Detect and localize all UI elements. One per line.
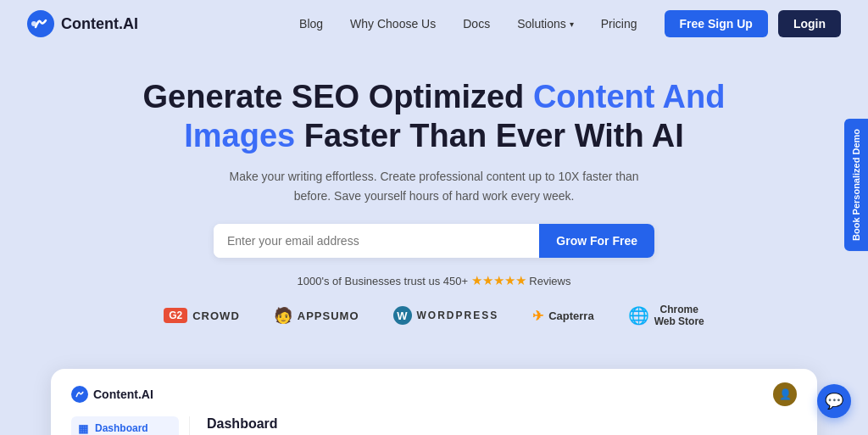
logo-chrome: 🌐 ChromeWeb Store — [628, 304, 704, 328]
logo[interactable]: Content.AI — [27, 10, 138, 37]
logo-icon — [27, 10, 54, 37]
dashboard-sidebar: ▦ Dashboard 📁 Workspace ✏️ Playground ⊞ … — [71, 416, 190, 435]
appsumo-icon: 🧑 — [274, 306, 292, 325]
grow-for-free-button[interactable]: Grow For Free — [539, 224, 654, 258]
user-avatar: 👤 — [773, 382, 797, 406]
svg-point-1 — [31, 21, 36, 26]
dashboard-card: Content.AI 👤 ▦ Dashboard 📁 Workspace ✏️ … — [51, 369, 817, 435]
email-input-wrap: Grow For Free — [214, 224, 654, 258]
reviews-label: Reviews — [529, 275, 570, 287]
navbar: Content.AI Blog Why Choose Us Docs Solut… — [0, 0, 868, 47]
dashboard-body: ▦ Dashboard 📁 Workspace ✏️ Playground ⊞ … — [71, 416, 797, 435]
nav-blog[interactable]: Blog — [299, 17, 323, 31]
logo-g2crowd: G2 CROWD — [164, 308, 240, 323]
sidebar-item-dashboard[interactable]: ▦ Dashboard — [71, 416, 179, 435]
dashboard-main: Dashboard Words Count 36 Out of 100 — [190, 416, 797, 435]
hero-subtext: Make your writing effortless. Create pro… — [214, 167, 654, 205]
trust-text: 1000's of Businesses trust us 450+ — [298, 275, 469, 287]
nav-buttons: Free Sign Up Login — [665, 10, 841, 37]
chevron-down-icon: ▾ — [570, 20, 574, 29]
hero-heading-part2: Faster Than Ever With AI — [295, 118, 684, 153]
trust-line: 1000's of Businesses trust us 450+ ★★★★★… — [17, 273, 851, 288]
chrome-label: ChromeWeb Store — [654, 304, 704, 328]
nav-solutions[interactable]: Solutions ▾ — [517, 17, 574, 31]
appsumo-label: APPSUMO — [298, 310, 359, 322]
chat-bubble[interactable]: 💬 — [817, 384, 851, 418]
capterra-label: Capterra — [548, 310, 593, 322]
dashboard-logo: Content.AI — [71, 386, 153, 403]
star-rating: ★★★★★ — [471, 273, 526, 287]
hero-section: Generate SEO Optimized Content And Image… — [0, 47, 868, 369]
partner-logos: G2 CROWD 🧑 APPSUMO W WORDPRESS ✈ Capterr… — [17, 304, 851, 328]
hero-heading: Generate SEO Optimized Content And Image… — [137, 78, 731, 155]
dashboard-logo-text: Content.AI — [93, 388, 153, 401]
chat-icon: 💬 — [825, 392, 843, 410]
g2crowd-badge: G2 — [164, 308, 187, 323]
free-signup-button[interactable]: Free Sign Up — [665, 10, 768, 37]
book-demo-tab[interactable]: Book Personalized Demo — [844, 119, 868, 251]
wordpress-label: WORDPRESS — [417, 310, 499, 321]
logo-capterra: ✈ Capterra — [532, 308, 593, 324]
hero-heading-part1: Generate SEO Optimized — [143, 79, 533, 114]
g2crowd-label: CROWD — [192, 310, 240, 322]
dashboard-title: Dashboard — [207, 416, 780, 432]
capterra-icon: ✈ — [532, 308, 543, 324]
sidebar-dashboard-label: Dashboard — [95, 422, 148, 434]
nav-docs[interactable]: Docs — [463, 17, 490, 31]
email-form: Grow For Free — [17, 224, 851, 258]
chrome-icon: 🌐 — [628, 305, 649, 326]
logo-wordpress: W WORDPRESS — [393, 306, 499, 325]
login-button[interactable]: Login — [778, 10, 841, 37]
nav-links: Blog Why Choose Us Docs Solutions ▾ Pric… — [299, 16, 637, 31]
nav-pricing[interactable]: Pricing — [601, 17, 637, 31]
wordpress-icon: W — [393, 306, 412, 325]
nav-why-choose[interactable]: Why Choose Us — [350, 17, 436, 31]
logo-appsumo: 🧑 APPSUMO — [274, 306, 359, 325]
email-input[interactable] — [214, 224, 539, 258]
dashboard-icon: ▦ — [78, 422, 88, 435]
dashboard-logo-icon — [71, 386, 88, 403]
dashboard-topbar: Content.AI 👤 — [71, 382, 797, 406]
logo-text: Content.AI — [61, 15, 138, 33]
